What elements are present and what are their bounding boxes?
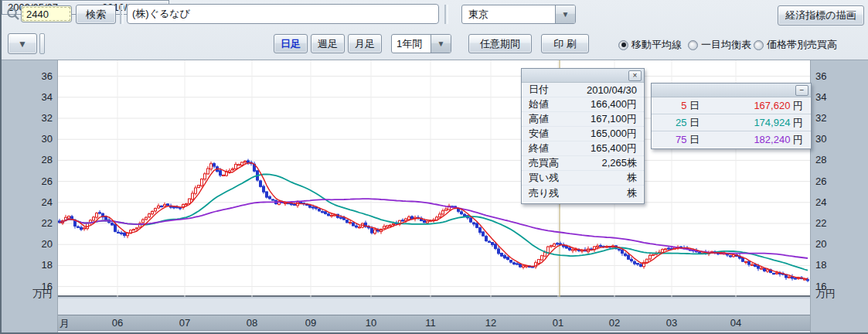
quote-label: 売り残	[529, 186, 559, 200]
ma-period: 75 日	[659, 133, 700, 147]
y-axis-label: 26	[815, 176, 826, 187]
quote-row: 日付2010/04/30	[522, 83, 644, 97]
draw-economic-indicator-button[interactable]: 経済指標の描画	[778, 5, 864, 26]
radio-label: 価格帯別売買高	[767, 38, 837, 52]
quote-row: 安値165,000円	[522, 127, 644, 141]
radio-label: 一目均衡表	[701, 38, 751, 52]
expand-panel-button[interactable]: ▼	[8, 33, 37, 54]
y-axis-label: 32	[815, 112, 826, 124]
quote-row: 始値166,400円	[522, 97, 644, 112]
quote-value: 2010/04/30	[587, 84, 637, 96]
radio-一目均衡表[interactable]: 一目均衡表	[688, 38, 751, 52]
quote-value: 株	[627, 186, 637, 200]
radio-移動平均線[interactable]: 移動平均線	[618, 38, 682, 52]
ma-legend-row: 25 日174,924 円	[652, 114, 811, 131]
toolbar-grip	[39, 33, 45, 54]
ma-legend-panel[interactable]: − 5 日167,620 円25 日174,924 円75 日182,240 円	[651, 83, 812, 149]
chevron-down-icon[interactable]: ▼	[555, 5, 575, 23]
ma-period: 5 日	[659, 99, 700, 113]
quote-label: 始値	[529, 97, 549, 111]
quote-label: 日付	[529, 83, 549, 97]
exchange-select[interactable]: 東京 ▼	[461, 5, 576, 24]
y-axis-label: 24	[815, 196, 826, 208]
tab-週足[interactable]: 週足	[311, 34, 345, 53]
toolbar-separator	[444, 5, 448, 24]
x-axis-month-label: 11	[414, 317, 448, 329]
tab-日足[interactable]: 日足	[274, 34, 308, 53]
radio-価格帯別売買高[interactable]: 価格帯別売買高	[754, 38, 837, 52]
radio-icon[interactable]	[688, 40, 698, 50]
stock-name-input[interactable]: (株)ぐるなび	[127, 4, 439, 24]
quote-value: 2,265株	[601, 156, 637, 170]
x-axis-month-label: 06	[100, 317, 134, 329]
x-axis-month-label: 12	[474, 317, 508, 329]
y-axis-label: 36	[815, 70, 826, 82]
chevron-down-icon: ▼	[18, 39, 27, 49]
minimize-icon[interactable]: −	[795, 85, 808, 96]
quote-value: 165,000円	[591, 127, 637, 141]
radio-icon[interactable]	[618, 40, 628, 50]
quote-row: 売買高2,265株	[522, 156, 644, 171]
ma-value: 167,620 円	[700, 99, 803, 113]
stock-code-input[interactable]: 2440	[21, 5, 72, 22]
y-axis-label: 24	[2, 196, 53, 208]
y-axis-label: 28	[2, 154, 53, 165]
ma-legend-row: 75 日182,240 円	[652, 131, 811, 148]
x-axis-month-bar: 月0607080910111201020304	[58, 315, 810, 331]
x-axis-month-label: 09	[294, 317, 328, 329]
y-axis-unit-label: 万円	[815, 287, 836, 301]
radio-icon[interactable]	[754, 40, 764, 50]
quote-label: 安値	[529, 127, 549, 141]
quote-value: 株	[627, 171, 637, 185]
range-select-value: 1年間	[392, 37, 431, 51]
range-select[interactable]: 1年間 ▼	[391, 34, 451, 53]
y-axis-label: 28	[815, 154, 826, 165]
y-axis-label: 22	[2, 217, 53, 229]
x-axis-month-label: 02	[597, 317, 631, 329]
quote-label: 高値	[529, 112, 549, 126]
y-axis-label: 34	[815, 91, 826, 103]
custom-period-button[interactable]: 任意期間	[468, 34, 532, 53]
y-axis-label: 34	[2, 91, 53, 103]
y-axis-label: 18	[2, 259, 53, 271]
ma-legend-header[interactable]: −	[652, 84, 811, 97]
quote-value: 167,100円	[591, 112, 637, 126]
quote-row: 終値165,400円	[522, 141, 644, 156]
magnifier-icon	[6, 7, 20, 21]
close-icon[interactable]: ×	[628, 70, 642, 81]
quote-label: 終値	[529, 141, 549, 155]
y-axis-label: 30	[2, 133, 53, 145]
x-axis-month-label: 03	[655, 317, 689, 329]
y-axis-unit-label: 万円	[2, 287, 53, 301]
print-button[interactable]: 印 刷	[541, 34, 589, 53]
quote-panel[interactable]: × 日付2010/04/30始値166,400円高値167,100円安値165,…	[521, 68, 645, 204]
quote-value: 166,400円	[591, 97, 637, 111]
ma-value: 174,924 円	[700, 116, 803, 130]
y-axis-label: 36	[2, 70, 53, 82]
exchange-select-value: 東京	[462, 8, 555, 22]
y-axis-label: 18	[815, 259, 826, 271]
quote-label: 売買高	[529, 156, 559, 170]
x-axis-month-label: 07	[168, 317, 202, 329]
ma-legend-row: 5 日167,620 円	[652, 97, 811, 114]
tab-月足[interactable]: 月足	[348, 34, 382, 53]
ma-period: 25 日	[659, 116, 700, 130]
quote-panel-header[interactable]: ×	[522, 69, 644, 83]
quote-label: 買い残	[529, 171, 559, 185]
y-axis-label: 30	[815, 133, 826, 145]
y-axis-label: 20	[2, 238, 53, 250]
search-button[interactable]: 検索	[76, 5, 116, 24]
ma-legend-rows: 5 日167,620 円25 日174,924 円75 日182,240 円	[652, 97, 811, 148]
x-axis-month-label: 01	[541, 317, 575, 329]
quote-row: 高値167,100円	[522, 112, 644, 127]
y-axis-label: 22	[815, 217, 826, 229]
x-axis-month-label: 08	[235, 317, 269, 329]
quote-rows: 日付2010/04/30始値166,400円高値167,100円安値165,00…	[522, 83, 644, 200]
y-axis-label: 26	[2, 176, 53, 187]
x-axis-month-label: 10	[354, 317, 388, 329]
stock-chart-window: 2440 検索 (株)ぐるなび 東京 ▼ 経済指標の描画 ▼ 1年間 ▼ 任意期…	[0, 0, 868, 334]
y-axis-label: 20	[815, 238, 826, 250]
chevron-down-icon[interactable]: ▼	[431, 35, 451, 53]
toolbar-separator	[120, 5, 124, 24]
radio-label: 移動平均線	[631, 38, 682, 52]
